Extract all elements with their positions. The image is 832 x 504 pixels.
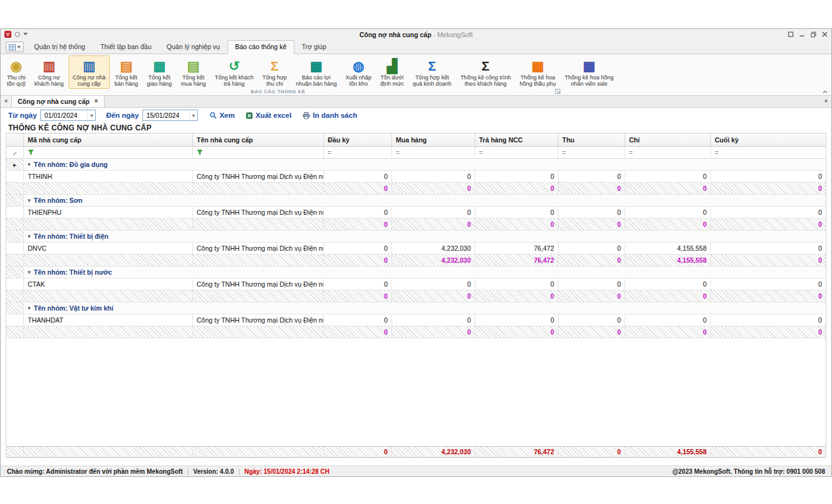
value-cell: 0 bbox=[324, 278, 392, 290]
column-header-6[interactable]: Thu bbox=[558, 134, 625, 147]
ribbon-button-business-result[interactable]: ΣTổng hợp kếtquả kinh doanh bbox=[409, 55, 456, 89]
ribbon-button-label: Thống kê hoa bbox=[521, 74, 555, 81]
ribbon-button-project-stats[interactable]: ΣThống kê công trìnhtheo khách hàng bbox=[456, 55, 514, 89]
tab-close-icon[interactable]: ✕ bbox=[94, 99, 98, 104]
table-row[interactable]: CTAKCông ty TNHH Thương mại Dịch vụ Điện… bbox=[6, 278, 826, 290]
row-indicator bbox=[6, 207, 24, 219]
to-date-label: Đến ngày bbox=[106, 112, 139, 119]
value-cell: 0 bbox=[625, 207, 711, 219]
menu-tab-3[interactable]: Quản lý nghiệp vụ bbox=[159, 40, 228, 54]
ribbon-button-sales-profit[interactable]: ▦Báo cáo lợinhuận bán hàng bbox=[292, 55, 340, 89]
business-result-icon: Σ bbox=[428, 57, 436, 74]
group-total-empty-cell bbox=[24, 255, 193, 266]
group-total-cell: 76,472 bbox=[475, 255, 558, 266]
value-cell: 0 bbox=[558, 243, 625, 255]
filter-cell-4[interactable]: = bbox=[392, 147, 475, 159]
ribbon-button-supplier-debt[interactable]: ▥Công nợ nhàcung cấp bbox=[69, 55, 109, 89]
filter-cell-8[interactable]: = bbox=[711, 147, 826, 159]
view-button-label: Xem bbox=[219, 112, 234, 119]
close-button[interactable] bbox=[822, 32, 828, 37]
ribbon-button-low-stock[interactable]: ▟Tồn dướiđịnh mức bbox=[376, 55, 408, 89]
filter-cell-7[interactable]: = bbox=[625, 147, 711, 159]
filter-cell-2[interactable] bbox=[193, 147, 324, 159]
ribbon-button-purchase-summary[interactable]: ▤Tổng kếtmua hàng bbox=[177, 55, 210, 89]
group-total-empty-cell bbox=[193, 255, 324, 266]
group-total-cell: 0 bbox=[475, 183, 558, 195]
table-row[interactable]: TTHINHCông ty TNHH Thương mại Dịch vụ Đi… bbox=[6, 171, 826, 183]
collapse-triangle-icon[interactable]: ▾ bbox=[28, 161, 31, 168]
calendar-dropdown-icon[interactable]: ▼ bbox=[87, 110, 95, 120]
excel-icon bbox=[246, 112, 253, 119]
ribbon-button-label: Tổng hợp kết bbox=[415, 74, 449, 81]
group-header-row[interactable]: ▾Tên nhóm: Vật tư kim khí bbox=[6, 302, 826, 314]
ribbon-button-income-expense[interactable]: ΣTổng hợpthu chi bbox=[258, 55, 291, 89]
mekongsoft-logo-icon: V bbox=[4, 31, 11, 38]
table-row[interactable]: THIENPHUCông ty TNHH Thương mại Dịch vụ … bbox=[6, 207, 826, 219]
group-header-row[interactable]: ▾Tên nhóm: Thiết bị nước bbox=[6, 266, 826, 278]
row-indicator bbox=[6, 290, 24, 302]
fullscreen-button[interactable] bbox=[788, 32, 794, 37]
value-cell: 0 bbox=[324, 314, 392, 326]
ribbon-button-cash-fund[interactable]: ◉Thu chitồn quỹ bbox=[3, 55, 30, 89]
ribbon-button-label: trả hàng bbox=[224, 81, 245, 88]
group-header-row[interactable]: ▸▾Tên nhóm: Đồ gia dụng bbox=[6, 159, 826, 171]
group-total-empty-cell bbox=[193, 326, 324, 338]
column-header-5[interactable]: Trả hàng NCC bbox=[475, 134, 558, 147]
ribbon-dialog-launcher-icon[interactable] bbox=[555, 89, 560, 95]
row-indicator bbox=[6, 171, 24, 183]
export-excel-button[interactable]: Xuất excel bbox=[246, 112, 291, 119]
menu-tab-4[interactable]: Báo cáo thống kê bbox=[228, 40, 294, 54]
menu-tab-1[interactable]: Quản trị hệ thống bbox=[26, 40, 93, 54]
app-menu-button[interactable] bbox=[6, 42, 24, 52]
collapse-triangle-icon[interactable]: ▾ bbox=[28, 233, 31, 239]
ribbon-button-delivery-summary[interactable]: ▦Tổng kếtgiao hàng bbox=[143, 55, 176, 89]
filter-cell-5[interactable]: = bbox=[475, 147, 558, 159]
collapse-triangle-icon[interactable]: ▾ bbox=[28, 305, 31, 311]
column-header-1[interactable]: Mã nhà cung cấp bbox=[24, 134, 193, 147]
quick-access-dropdown-icon[interactable] bbox=[23, 33, 28, 36]
column-header-2[interactable]: Tên nhà cung cấp bbox=[193, 134, 324, 147]
group-header-row[interactable]: ▾Tên nhóm: Thiết bị điện bbox=[6, 231, 826, 243]
view-button[interactable]: Xem bbox=[209, 112, 234, 119]
row-indicator: ▸ bbox=[6, 159, 24, 171]
column-header-3[interactable]: Đầu kỳ bbox=[324, 134, 392, 147]
ribbon-collapse-chevron-icon[interactable] bbox=[823, 89, 828, 95]
tab-strip-close-button[interactable]: ✕ bbox=[1, 96, 12, 107]
record-toggle-icon[interactable] bbox=[14, 32, 20, 37]
menu-tab-2[interactable]: Thiết lập ban đầu bbox=[93, 40, 159, 54]
ribbon-button-sale-commission[interactable]: ▦Thống kê hoa hồngnhân viên sale bbox=[561, 55, 618, 89]
supplier-code-cell: THANHDAT bbox=[24, 314, 193, 326]
ribbon-button-inventory[interactable]: ◍Xuất nhậptồn kho bbox=[342, 55, 375, 89]
value-cell: 0 bbox=[711, 207, 826, 219]
ribbon-button-label: Công nợ bbox=[38, 74, 60, 81]
filter-cell-3[interactable]: = bbox=[324, 147, 392, 159]
group-header-row[interactable]: ▾Tên nhóm: Sơn bbox=[6, 195, 826, 207]
table-row[interactable]: DNVCCông ty TNHH Thương mại Dịch vụ Điện… bbox=[6, 243, 826, 255]
collapse-triangle-icon[interactable]: ▾ bbox=[28, 269, 31, 275]
ribbon-button-customer-debt[interactable]: ▥Công nợkhách hàng bbox=[31, 55, 68, 89]
ribbon-button-sales-summary[interactable]: ▤Tổng kếtbán hàng bbox=[111, 55, 142, 89]
from-date-input[interactable]: 01/01/2024 ▼ bbox=[40, 110, 96, 121]
ribbon-button-subcontractor-commission[interactable]: ▦Thống kê hoahồng thầu phụ bbox=[516, 55, 560, 89]
column-header-7[interactable]: Chi bbox=[625, 134, 711, 147]
group-total-cell: 0 bbox=[392, 290, 475, 302]
close-icon: ✕ bbox=[4, 99, 8, 104]
ribbon-button-label: Thu chi bbox=[7, 74, 26, 81]
close-document-button[interactable]: ✕ bbox=[824, 96, 828, 107]
print-list-button[interactable]: In danh sách bbox=[303, 112, 357, 119]
column-header-8[interactable]: Cuối kỳ bbox=[711, 134, 826, 147]
restore-button[interactable] bbox=[811, 32, 816, 37]
ribbon-button-label: tồn kho bbox=[349, 81, 368, 88]
ribbon-button-customer-returns[interactable]: ↺Tổng kết kháchtrả hàng bbox=[211, 55, 258, 89]
document-tab-active[interactable]: Công nợ nhà cung cấp ✕ bbox=[12, 96, 105, 107]
group-title-cell: ▾Tên nhóm: Vật tư kim khí bbox=[24, 302, 826, 314]
minimize-button[interactable] bbox=[799, 32, 805, 37]
filter-cell-6[interactable]: = bbox=[558, 147, 625, 159]
menu-tab-5[interactable]: Trợ giúp bbox=[294, 40, 334, 54]
collapse-triangle-icon[interactable]: ▾ bbox=[28, 197, 31, 203]
calendar-dropdown-icon[interactable]: ▼ bbox=[189, 110, 197, 120]
table-row[interactable]: THANHDATCông ty TNHH Thương mại Dịch vụ … bbox=[6, 314, 826, 326]
to-date-input[interactable]: 15/01/2024 ▼ bbox=[142, 110, 198, 121]
column-header-4[interactable]: Mua hàng bbox=[392, 134, 475, 147]
filter-cell-1[interactable] bbox=[24, 147, 193, 159]
